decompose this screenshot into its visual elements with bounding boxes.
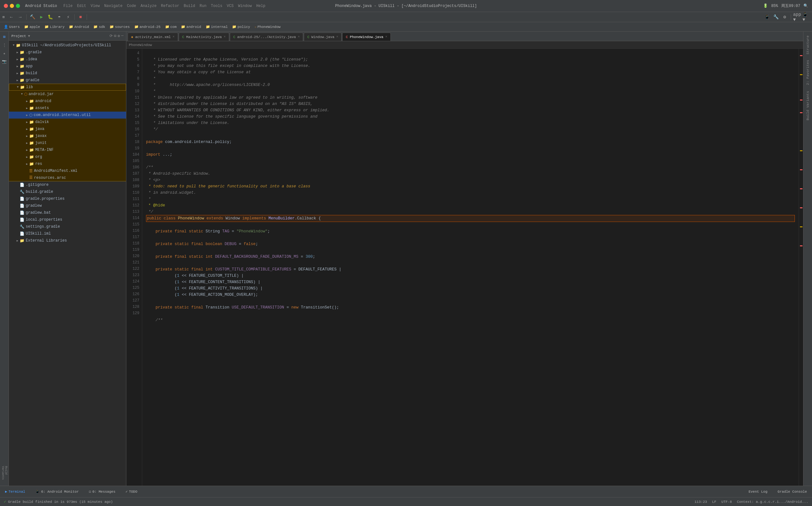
tree-node-androidjar[interactable]: ▼ ⬡ android.jar (9, 91, 126, 98)
code-content[interactable]: * Licensed under the Apache License, Ver… (142, 49, 799, 486)
menu-edit[interactable]: Edit (77, 4, 86, 8)
bookmark-library[interactable]: 📁 Library (43, 24, 66, 30)
tree-node-uiskill-iml[interactable]: ▶ 📄 UISkill.iml (9, 230, 126, 237)
bookmark-android[interactable]: 📁 Android (67, 24, 91, 30)
tab-activity-java[interactable]: C android-25/.../Activity.java × (230, 33, 303, 41)
tree-node-android-pkg[interactable]: ▶ 📁 android (9, 98, 126, 105)
tree-node-dalvik[interactable]: ▶ 📁 dalvik (9, 118, 126, 125)
panel-collapse-icon[interactable]: ⊟ (114, 33, 116, 38)
sidebar-right-tab2[interactable]: 2: Favorites (805, 57, 811, 87)
sidebar-favorites-icon[interactable]: ★ (1, 50, 8, 57)
tree-node-lib[interactable]: ▼ 📁 lib (9, 84, 126, 91)
bookmark-android2[interactable]: 📁 android (179, 24, 203, 30)
tree-node-java-pkg[interactable]: ▶ 📁 java (9, 125, 126, 133)
menu-build[interactable]: Build (184, 4, 195, 8)
tree-node-javax[interactable]: ▶ 📁 javax (9, 133, 126, 140)
toolbar-build-btn[interactable]: 🔨 (29, 14, 36, 21)
tree-node-gradle-folder[interactable]: ▶ 📁 gradle (9, 77, 126, 84)
tree-node-app[interactable]: ▶ 📁 app (9, 63, 126, 70)
tree-node-org[interactable]: ▶ 📁 org (9, 154, 126, 160)
tree-node-gradlew[interactable]: ▶ 📄 gradlew (9, 202, 126, 209)
toolbar-sdk-btn[interactable]: 🔧 (772, 14, 779, 21)
sidebar-structure-icon[interactable]: ⋮ (1, 41, 8, 49)
toolbar-avd-btn[interactable]: 📱 (763, 14, 770, 21)
tree-node-idea[interactable]: ▶ 📁 .idea (9, 56, 126, 63)
tree-node-assets[interactable]: ▶ 📁 assets (9, 105, 126, 111)
toolbar-debug-btn[interactable]: 🐛 (47, 14, 54, 21)
menu-file[interactable]: File (64, 4, 73, 8)
panel-minimize-icon[interactable]: — (121, 33, 124, 38)
tree-node-resources[interactable]: ▶ ☰ resources.arsc (9, 174, 126, 181)
panel-settings-icon[interactable]: ⚙ (118, 33, 120, 38)
minimize-button[interactable] (10, 4, 14, 8)
bookmark-policy[interactable]: 📁 policy (230, 24, 252, 30)
bookmark-users[interactable]: 👤 Users (2, 24, 21, 30)
tree-node-ext-libs[interactable]: ▶ 📁 External Libraries (9, 237, 126, 244)
sidebar-right-tab3[interactable]: Build Variants (805, 88, 811, 123)
tree-node-settings-gradle[interactable]: ▶ 🔧 settings.gradle (9, 223, 126, 230)
tree-node-com-android[interactable]: ▶ ⬡ com.android.internal.util (9, 111, 126, 118)
menu-run[interactable]: Run (200, 4, 207, 8)
tab-mainactivity[interactable]: C MainActivity.java × (179, 33, 229, 41)
menu-tools[interactable]: Tools (211, 4, 222, 8)
tab-close-mainactivity[interactable]: × (224, 35, 226, 39)
bookmark-internal[interactable]: 📁 internal (204, 24, 230, 30)
bottom-tab-messages[interactable]: ◻ 0: Messages (86, 488, 118, 495)
toolbar-back-btn[interactable]: ← (8, 14, 15, 21)
bookmark-com[interactable]: 📁 com (163, 24, 179, 30)
tree-node-local-props[interactable]: ▶ 📄 local.properties (9, 216, 126, 223)
bottom-tab-todo[interactable]: ✓ TODO (123, 488, 140, 495)
close-button[interactable] (4, 4, 8, 8)
tab-close-activity-main[interactable]: × (173, 35, 175, 39)
tree-node-manifest[interactable]: ▶ ☰ AndroidManifest.xml (9, 167, 126, 174)
bottom-tab-android-monitor[interactable]: 📱 6: Android Monitor (33, 488, 81, 495)
bottom-tab-terminal[interactable]: ▶ Terminal (3, 488, 27, 495)
bottom-tab-event-log[interactable]: Event Log (746, 489, 770, 495)
toolbar-device-selector[interactable]: 📱 ▼ (803, 14, 809, 21)
sidebar-right-tab1[interactable]: Structure (805, 33, 811, 57)
tree-node-metainf[interactable]: ▶ 📁 META-INF (9, 147, 126, 154)
panel-dropdown-arrow[interactable]: ▼ (28, 34, 30, 38)
tree-node-gitignore[interactable]: ▶ 📄 .gitignore (9, 181, 126, 188)
tab-close-window[interactable]: × (336, 35, 338, 39)
toolbar-settings-btn[interactable]: ⚙ (781, 14, 788, 21)
toolbar-stop-btn[interactable]: ■ (77, 14, 84, 21)
tree-node-root[interactable]: ▼ 📁 UISkill ~/AndroidStudioProjects/UISk… (9, 42, 126, 49)
tree-node-gradlewbat[interactable]: ▶ 📄 gradlew.bat (9, 209, 126, 216)
sidebar-project-icon[interactable]: ⊞ (1, 33, 8, 40)
bookmark-android25[interactable]: 📁 android-25 (132, 24, 162, 30)
menu-code[interactable]: Code (127, 4, 136, 8)
menu-help[interactable]: Help (256, 4, 265, 8)
tree-node-gradle-props[interactable]: ▶ 📄 gradle.properties (9, 195, 126, 202)
bookmark-sources[interactable]: 📁 sources (108, 24, 131, 30)
search-icon-title[interactable]: 🔍 (803, 3, 808, 8)
bottom-tab-gradle-console[interactable]: Gradle Console (775, 489, 809, 495)
menu-navigate[interactable]: Navigate (104, 4, 123, 8)
toolbar-run-btn[interactable]: ▶ (38, 14, 45, 21)
menu-analyze[interactable]: Analyze (141, 4, 156, 8)
sidebar-variants-icon[interactable]: BuildVariants (1, 460, 8, 486)
toolbar-forward-btn[interactable]: → (17, 14, 24, 21)
tab-close-activity-java[interactable]: × (298, 35, 300, 39)
sidebar-captures-icon[interactable]: 📷 (1, 58, 8, 65)
tab-activity-main[interactable]: ◈ activity_main.xml × (128, 33, 178, 41)
toolbar-app-selector[interactable]: app ▼ (794, 14, 801, 21)
tree-node-res[interactable]: ▶ 📁 res (9, 160, 126, 167)
tree-node-build-gradle[interactable]: ▶ 🔧 build.gradle (9, 188, 126, 195)
tree-node-gradle-dir[interactable]: ▶ 📁 .gradle (9, 49, 126, 56)
bookmark-phonewindow[interactable]: ☆ PhoneWindow (253, 24, 282, 30)
bookmark-sdk[interactable]: 📁 sdk (91, 24, 107, 30)
toolbar-coverage-btn[interactable]: ☂ (56, 14, 63, 21)
maximize-button[interactable] (16, 4, 20, 8)
tab-close-phonewindow[interactable]: × (385, 35, 387, 39)
tab-phonewindow[interactable]: C PhoneWindow.java × (342, 33, 391, 41)
menu-view[interactable]: View (90, 4, 100, 8)
menu-vcs[interactable]: VCS (227, 4, 233, 8)
toolbar-profile-btn[interactable]: ⚡ (65, 14, 72, 21)
menu-refactor[interactable]: Refactor (161, 4, 179, 8)
tree-node-junit[interactable]: ▶ 📁 junit (9, 140, 126, 147)
menu-window[interactable]: Window (238, 4, 252, 8)
tab-window[interactable]: C Window.java × (304, 33, 342, 41)
tree-node-build[interactable]: ▶ 📁 build (9, 70, 126, 77)
bookmark-apple[interactable]: 📁 apple (22, 24, 42, 30)
